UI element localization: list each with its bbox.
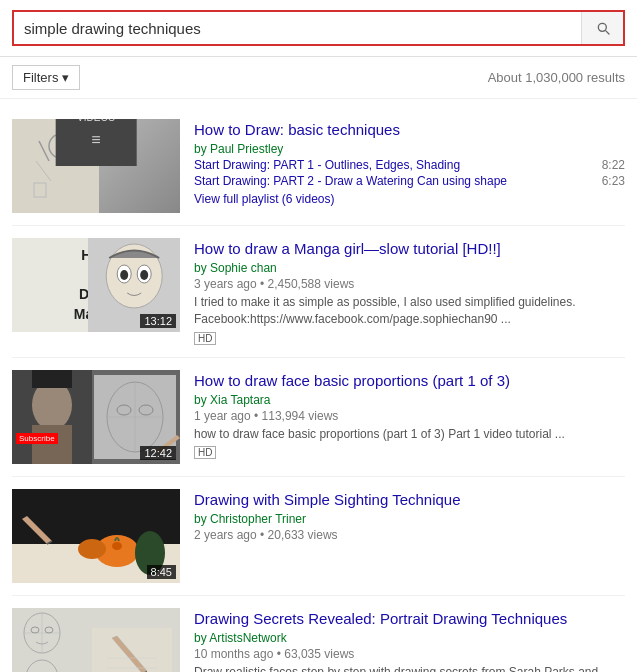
thumbnail: 8:45 (12, 489, 180, 583)
result-title[interactable]: How to Draw: basic techniques (194, 121, 400, 138)
view-playlist-link[interactable]: View full playlist (6 videos) (194, 192, 625, 206)
playlist-duration-1: 8:22 (602, 158, 625, 172)
search-area (0, 0, 637, 57)
result-author: by Xia Taptara (194, 393, 625, 407)
result-item: 8:45 Drawing with Simple Sighting Techni… (12, 477, 625, 596)
svg-rect-13 (32, 370, 72, 388)
playlist-videos-label: VIDEOS (77, 119, 115, 125)
result-info: How to Draw: basic techniques by Paul Pr… (194, 119, 625, 213)
thumb-duration: 13:12 (140, 314, 176, 328)
filters-label: Filters (23, 70, 58, 85)
search-input[interactable] (14, 20, 581, 37)
svg-rect-12 (32, 425, 72, 464)
playlist-row-1: Start Drawing: PART 1 - Outlines, Edges,… (194, 158, 625, 172)
result-meta: 10 months ago • 63,035 views (194, 647, 625, 661)
svg-rect-34 (92, 628, 172, 672)
results-count: About 1,030,000 results (488, 70, 625, 85)
result-author: by Paul Priestley (194, 142, 625, 156)
result-item: 12:42 Subscribe How to draw face basic p… (12, 358, 625, 477)
filter-row: Filters ▾ About 1,030,000 results (0, 57, 637, 99)
result-desc: Draw realistic faces step by step with d… (194, 664, 625, 672)
svg-line-1 (39, 141, 49, 161)
thumb-duration: 8:45 (147, 565, 176, 579)
result-title[interactable]: How to draw face basic proportions (part… (194, 372, 510, 389)
result-item: 9:06 Drawing Secrets Revealed: Portrait … (12, 596, 625, 672)
result-meta: 1 year ago • 113,994 views (194, 409, 625, 423)
thumbnail: HowToDrawManga 13:12 (12, 238, 180, 332)
result-meta: 2 years ago • 20,633 views (194, 528, 625, 542)
svg-point-8 (140, 270, 148, 280)
result-author: by ArtistsNetwork (194, 631, 625, 645)
result-info: Drawing with Simple Sighting Technique b… (194, 489, 625, 583)
thumbnail: 9:06 (12, 608, 180, 672)
search-icon (595, 20, 611, 36)
result-title[interactable]: Drawing with Simple Sighting Technique (194, 491, 461, 508)
portrait-svg (12, 608, 180, 672)
thumb-duration: 12:42 (140, 446, 176, 460)
search-bar (12, 10, 625, 46)
playlist-duration-2: 6:23 (602, 174, 625, 188)
result-info: Drawing Secrets Revealed: Portrait Drawi… (194, 608, 625, 672)
hd-badge: HD (194, 332, 216, 345)
search-button[interactable] (581, 12, 623, 44)
result-desc: how to draw face basic proportions (part… (194, 426, 625, 443)
result-author: by Sophie chan (194, 261, 625, 275)
chevron-down-icon: ▾ (62, 70, 69, 85)
result-item: 6 VIDEOS ≡ How to Draw: basic techniques… (12, 107, 625, 226)
playlist-link-2[interactable]: Start Drawing: PART 2 - Draw a Watering … (194, 174, 507, 188)
svg-line-2 (36, 161, 51, 181)
svg-rect-3 (34, 183, 46, 197)
hd-badge: HD (194, 446, 216, 459)
result-title[interactable]: Drawing Secrets Revealed: Portrait Drawi… (194, 610, 567, 627)
result-info: How to draw a Manga girl—slow tutorial [… (194, 238, 625, 345)
results-list: 6 VIDEOS ≡ How to Draw: basic techniques… (0, 99, 637, 672)
result-meta: 3 years ago • 2,450,588 views (194, 277, 625, 291)
svg-point-23 (112, 542, 122, 550)
subscribe-badge: Subscribe (16, 433, 58, 444)
result-desc: I tried to make it as simple as possible… (194, 294, 625, 328)
thumbnail: 12:42 Subscribe (12, 370, 180, 464)
thumbnail: 6 VIDEOS ≡ (12, 119, 180, 213)
svg-point-25 (78, 539, 106, 559)
filters-button[interactable]: Filters ▾ (12, 65, 80, 90)
result-item: HowToDrawManga 13:12 How to draw a Manga… (12, 226, 625, 358)
result-title[interactable]: How to draw a Manga girl—slow tutorial [… (194, 240, 501, 257)
svg-point-7 (120, 270, 128, 280)
playlist-row-2: Start Drawing: PART 2 - Draw a Watering … (194, 174, 625, 188)
result-author: by Christopher Triner (194, 512, 625, 526)
playlist-link-1[interactable]: Start Drawing: PART 1 - Outlines, Edges,… (194, 158, 460, 172)
result-info: How to draw face basic proportions (part… (194, 370, 625, 464)
